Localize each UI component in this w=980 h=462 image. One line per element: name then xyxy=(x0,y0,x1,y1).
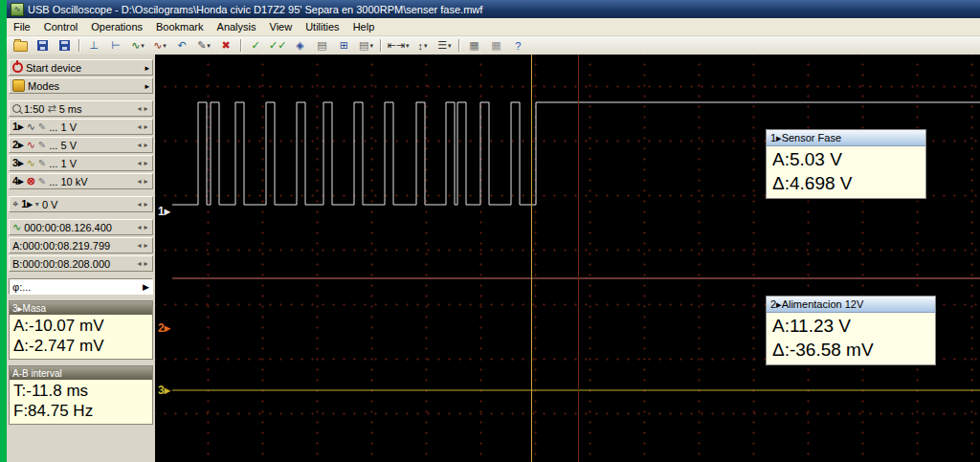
export-icon: ▤ xyxy=(359,39,368,52)
cursor-b-value: B:000:00:08.208.000 xyxy=(12,258,110,270)
signal-tool-1-icon: ∿ xyxy=(131,39,140,52)
submenu-arrow-icon: ▸ xyxy=(145,63,149,73)
save-file-button[interactable] xyxy=(32,36,53,55)
apply-button[interactable]: ✓ xyxy=(245,36,266,55)
draw-tool-button[interactable]: ✎▾ xyxy=(193,36,214,55)
delete-icon: ✖ xyxy=(221,39,230,52)
sensor-fase-delta-value: Δ:4.698 V xyxy=(772,171,920,195)
sensor-fase-title[interactable]: 1▸Sensor Fase xyxy=(767,130,925,146)
draw-tool-icon: ✎ xyxy=(197,39,206,52)
measure-interval-button[interactable]: ⇤⇥▾ xyxy=(385,36,411,55)
navigate-button[interactable]: ◈ xyxy=(289,36,310,55)
print-image-button[interactable]: ▦ xyxy=(485,36,506,55)
start-device-label: Start device xyxy=(26,62,81,74)
title-bar[interactable]: ∿ USB Oscilloscope - D:\Oscilograms\Hond… xyxy=(7,0,980,18)
cursor-b-row[interactable]: B:000:00:08.208.000 ◂▸ xyxy=(9,255,153,272)
trigger-spinner[interactable]: ◂▸ xyxy=(136,201,149,209)
masa-a-value: A:-10.07 mV xyxy=(13,316,148,336)
menu-analysis[interactable]: Analysis xyxy=(211,19,263,34)
report-button[interactable]: ▤ xyxy=(311,36,332,55)
channel-1-zero-marker[interactable]: 1▸ xyxy=(158,206,170,217)
menu-control[interactable]: Control xyxy=(37,19,84,34)
channel-number: 2▸ xyxy=(12,139,24,151)
channel-3-zero-marker[interactable]: 3▸ xyxy=(158,385,170,396)
time-spinner[interactable]: ◂▸ xyxy=(136,224,149,231)
signal-tool-2-button[interactable]: ∿▾ xyxy=(149,36,170,55)
trigger-row[interactable]: ⌖ 1▸ ▾ 0 V ◂▸ xyxy=(9,196,153,212)
menu-utilities[interactable]: Utilities xyxy=(299,19,345,34)
menu-file[interactable]: File xyxy=(7,19,37,34)
copy-image-button[interactable]: ▦ xyxy=(463,36,484,55)
submenu-arrow-icon: ▸ xyxy=(145,81,149,91)
phase-row[interactable]: φ:... ▶ xyxy=(9,278,153,295)
cursor-b-spinner[interactable]: ◂▸ xyxy=(136,260,149,268)
vertical-marker-button[interactable]: ⊥ xyxy=(83,36,104,55)
ab-interval-panel[interactable]: A-B interval T:-11.8 ms F:84.75 Hz xyxy=(9,365,153,425)
export-button[interactable]: ▤▾ xyxy=(355,36,376,55)
modes-label: Modes xyxy=(28,80,59,92)
window-title: USB Oscilloscope - D:\Oscilograms\Honda … xyxy=(28,4,482,15)
toolbar-separator xyxy=(240,39,241,52)
alimentacion-title[interactable]: 2▸Alimentacion 12V xyxy=(767,297,935,313)
undo-button[interactable]: ↶ xyxy=(171,36,192,55)
delete-button[interactable]: ✖ xyxy=(215,36,236,55)
dropdown-arrow-icon: ▾ xyxy=(163,42,167,50)
sensor-fase-overlay[interactable]: 1▸Sensor Fase A:5.03 V Δ:4.698 V xyxy=(766,129,926,199)
ab-time-value: T:-11.8 ms xyxy=(13,381,148,401)
navigate-icon: ◈ xyxy=(296,39,303,52)
signal-tool-1-button[interactable]: ∿▾ xyxy=(127,36,148,55)
channel-3-row[interactable]: 3▸∿✎... 1 V◂▸ xyxy=(9,155,153,171)
time-cursor[interactable] xyxy=(531,55,532,462)
channel-scale-value: ... 1 V xyxy=(49,158,77,169)
expand-arrow-icon: ▶ xyxy=(143,282,149,292)
channel-2-zero-marker[interactable]: 2▸ xyxy=(158,322,170,334)
measure-auto-icon: ☰ xyxy=(437,39,447,52)
channel-2-row[interactable]: 2▸∿✎... 5 V◂▸ xyxy=(9,137,153,153)
dropdown-arrow-icon: ▾ xyxy=(448,42,452,50)
channel-number: 1▸ xyxy=(12,121,24,133)
channel-spinner[interactable]: ◂▸ xyxy=(136,142,149,149)
measure-auto-button[interactable]: ☰▾ xyxy=(434,36,455,55)
channel-spinner[interactable]: ◂▸ xyxy=(136,160,149,167)
cursor-a-spinner[interactable]: ◂▸ xyxy=(136,242,149,250)
menu-operations[interactable]: Operations xyxy=(84,19,149,34)
trigger-icon: ⌖ xyxy=(12,198,18,210)
time-position-row[interactable]: ∿ 000:00:08.126.400 ◂▸ xyxy=(9,219,153,235)
plot-area[interactable]: 1▸Sensor Fase A:5.03 V Δ:4.698 V 2▸Alime… xyxy=(155,55,980,462)
channel-spinner[interactable]: ◂▸ xyxy=(136,123,149,131)
grid-major-line[interactable] xyxy=(578,55,579,462)
cursor-a-row[interactable]: A:000:00:08.219.799 ◂▸ xyxy=(9,237,153,253)
open-file-button[interactable] xyxy=(10,36,31,55)
channel-spinner[interactable]: ◂▸ xyxy=(136,178,149,186)
alimentacion-a-value: A:11.23 V xyxy=(772,314,929,338)
save-as-button[interactable] xyxy=(54,36,75,55)
edit-channel-icon: ✎ xyxy=(38,121,46,132)
modes-button[interactable]: Modes ▸ xyxy=(9,77,153,94)
channel-1-row[interactable]: 1▸∿✎... 1 V◂▸ xyxy=(9,119,153,135)
menu-help[interactable]: Help xyxy=(346,19,382,34)
phase-value: φ:... xyxy=(12,281,31,293)
help-button[interactable]: ? xyxy=(507,36,528,55)
masa-measure-panel[interactable]: 3▸Masa A:-10.07 mV Δ:-2.747 mV xyxy=(9,300,153,360)
channel-4-row[interactable]: 4▸⊗✎... 10 kV◂▸ xyxy=(9,173,153,189)
measure-level-button[interactable]: ↕▾ xyxy=(412,36,433,55)
zoom-window-button[interactable]: ⊞ xyxy=(333,36,354,55)
toolbar-separator xyxy=(78,39,79,52)
menu-bookmark[interactable]: Bookmark xyxy=(149,19,211,34)
menu-view[interactable]: View xyxy=(263,19,300,34)
horizontal-marker-button[interactable]: ⊢ xyxy=(105,36,126,55)
waveform-traces xyxy=(155,55,980,462)
timebase-spinner[interactable]: ◂▸ xyxy=(136,105,149,113)
measure-interval-icon: ⇤⇥ xyxy=(387,39,404,52)
vertical-marker-icon: ⊥ xyxy=(89,39,99,52)
edit-channel-icon: ✎ xyxy=(38,158,46,168)
ab-freq-value: F:84.75 Hz xyxy=(13,401,148,421)
toolbar-separator xyxy=(380,39,381,52)
alimentacion-overlay[interactable]: 2▸Alimentacion 12V A:11.23 V Δ:-36.58 mV xyxy=(766,296,936,365)
zoom-timebase-row[interactable]: 1:50 ⇄ 5 ms ◂▸ xyxy=(9,100,153,117)
zoom-window-icon: ⊞ xyxy=(340,39,348,52)
start-device-button[interactable]: Start device ▸ xyxy=(9,59,153,76)
channel-waveform-icon: ∿ xyxy=(27,139,35,151)
copy-image-icon: ▦ xyxy=(469,39,479,52)
apply-all-button[interactable]: ✓✓ xyxy=(267,36,288,55)
